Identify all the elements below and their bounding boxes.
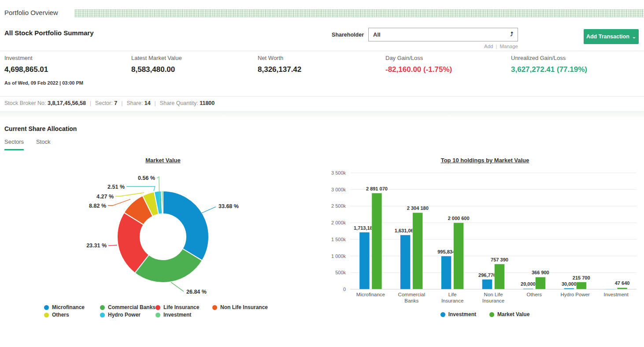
legend-label: Investment: [448, 311, 476, 317]
stat-net-worth: Net Worth8,326,137.42: [258, 55, 301, 74]
legend-label: Non Life Insurance: [220, 304, 268, 310]
y-axis-tick-label: 2 500k: [331, 203, 346, 209]
legend-marker-icon: [155, 305, 160, 310]
legend-item-market-value[interactable]: Market Value: [489, 311, 529, 317]
x-axis-category-label: Insurance: [441, 298, 464, 303]
bar-investment-non-life-insurance[interactable]: [482, 280, 492, 289]
stat-value: 8,583,480.00: [131, 65, 182, 74]
bar-chart-title[interactable]: Top 10 holdings by Market Value: [326, 157, 644, 164]
stat-label: Latest Market Value: [131, 55, 182, 61]
market-value-donut-chart: 33.68 %26.84 %23.31 %8.82 %4.27 %2.51 %0…: [0, 168, 326, 304]
bar-investment-investment[interactable]: [605, 289, 615, 290]
bar-value-label: 995,834: [437, 249, 455, 254]
y-axis-tick-label: 3 000k: [331, 187, 346, 192]
donut-percent-label: 0.56 %: [138, 175, 155, 181]
stat-latest-market-value: Latest Market Value8,583,480.00: [131, 55, 182, 74]
add-transaction-button[interactable]: Add Transaction⌄: [584, 29, 639, 44]
portfolio-meta-row: Stock Broker No: 3,8,17,45,56,58|Sector:…: [4, 100, 215, 106]
legend-label: Investment: [163, 312, 191, 318]
bar-investment-microfinance[interactable]: [359, 232, 370, 289]
bar-value-label: 2 000 600: [448, 216, 470, 221]
donut-percent-label: 33.68 %: [218, 203, 239, 209]
chevron-down-icon: ⌄: [632, 34, 636, 39]
bar-market-value-life-insurance[interactable]: [454, 223, 464, 289]
bar-value-label: 215 700: [573, 275, 590, 280]
legend-item-others[interactable]: Others: [44, 312, 69, 318]
bar-market-value-microfinance[interactable]: [372, 193, 382, 289]
bar-value-label: 30,000: [562, 281, 577, 287]
bar-market-value-investment[interactable]: [617, 287, 627, 289]
link-divider: |: [496, 44, 497, 49]
stat-label: Unrealized Gain/Loss: [511, 55, 587, 61]
tab-stock[interactable]: Stock: [36, 138, 51, 150]
legend-label: Life Insurance: [163, 304, 199, 310]
meta-label: Share:: [126, 100, 144, 106]
x-axis-category-label: Insurance: [482, 298, 505, 303]
donut-percent-label: 4.27 %: [96, 194, 114, 200]
x-axis-category-label: Non Life: [484, 292, 503, 297]
meta-label: Share Quantity:: [160, 100, 200, 106]
legend-label: Commercial Banks: [108, 304, 155, 310]
legend-item-life-insurance[interactable]: Life Insurance: [155, 304, 199, 310]
x-axis-category-label: Others: [527, 292, 542, 297]
bar-value-label: 296,776: [478, 272, 496, 278]
section-separator-band: [0, 111, 644, 118]
meta-label: Sector:: [95, 100, 114, 106]
stat-label: Net Worth: [258, 55, 301, 61]
section-divider: [0, 96, 644, 97]
donut-chart-title[interactable]: Market Value: [0, 157, 326, 164]
legend-marker-icon: [489, 312, 494, 317]
manage-shareholder-link[interactable]: Manage: [500, 44, 518, 49]
bar-investment-hydro-power[interactable]: [564, 288, 574, 289]
x-axis-category-label: Banks: [404, 298, 418, 303]
summary-section-title: All Stock Portfolio Summary: [4, 29, 94, 37]
donut-label-connector: [126, 187, 155, 191]
legend-marker-icon: [212, 305, 217, 310]
tab-sectors[interactable]: Sectors: [4, 138, 24, 150]
meta-divider: |: [90, 100, 91, 106]
meta-divider: |: [121, 100, 122, 106]
stat-value: 4,698,865.01: [4, 65, 48, 74]
stat-value: 8,326,137.42: [258, 65, 301, 74]
donut-percent-label: 8.82 %: [89, 203, 106, 209]
y-axis-tick-label: 3 500k: [331, 170, 346, 175]
legend-label: Market Value: [497, 311, 529, 317]
bar-market-value-others[interactable]: [535, 277, 545, 289]
legend-marker-icon: [44, 305, 49, 310]
add-shareholder-link[interactable]: Add: [484, 44, 493, 49]
legend-item-microfinance[interactable]: Microfinance: [44, 304, 85, 310]
portfolio-overview-page: Portfolio Overview All Stock Portfolio S…: [0, 0, 644, 347]
donut-percent-label: 2.51 %: [107, 184, 125, 190]
section-divider: [0, 51, 644, 51]
meta-value: 7: [114, 100, 117, 106]
legend-marker-icon: [100, 305, 105, 310]
x-axis-category-label: Life: [448, 292, 457, 297]
bar-value-label: 20,000: [521, 281, 536, 287]
donut-label-connector: [202, 207, 216, 213]
bar-investment-life-insurance[interactable]: [441, 256, 452, 289]
legend-item-commercial-banks[interactable]: Commercial Banks: [100, 304, 155, 310]
y-axis-tick-label: 2 000k: [331, 220, 346, 225]
legend-item-hydro-power[interactable]: Hydro Power: [100, 312, 141, 318]
legend-label: Others: [52, 312, 69, 318]
donut-slice-microfinance[interactable]: [163, 191, 209, 261]
bar-market-value-commercial-banks[interactable]: [413, 213, 423, 289]
shareholder-select[interactable]: All: [369, 28, 518, 41]
legend-item-investment[interactable]: Investment: [155, 312, 191, 318]
meta-value: 14: [144, 100, 151, 106]
legend-marker-icon: [100, 313, 105, 317]
page-title: Portfolio Overview: [4, 9, 58, 16]
bar-market-value-hydro-power[interactable]: [576, 282, 586, 289]
stat-day-gain-loss: Day Gain/Loss-82,160.00 (-1.75%): [385, 55, 452, 74]
stat-value: 3,627,272.41 (77.19%): [511, 65, 587, 74]
x-axis-category-label: Microfinance: [356, 292, 385, 297]
legend-item-non-life-insurance[interactable]: Non Life Insurance: [212, 304, 268, 310]
stat-investment: Investment4,698,865.01: [4, 55, 48, 74]
bar-investment-commercial-banks[interactable]: [400, 235, 411, 289]
bar-market-value-non-life-insurance[interactable]: [495, 264, 505, 289]
shareholder-links: Add|Manage: [368, 44, 518, 49]
stat-label: Day Gain/Loss: [385, 55, 452, 61]
shareholder-label: Shareholder: [325, 32, 364, 38]
legend-item-investment[interactable]: Investment: [440, 311, 476, 317]
bar-investment-others[interactable]: [523, 288, 533, 289]
